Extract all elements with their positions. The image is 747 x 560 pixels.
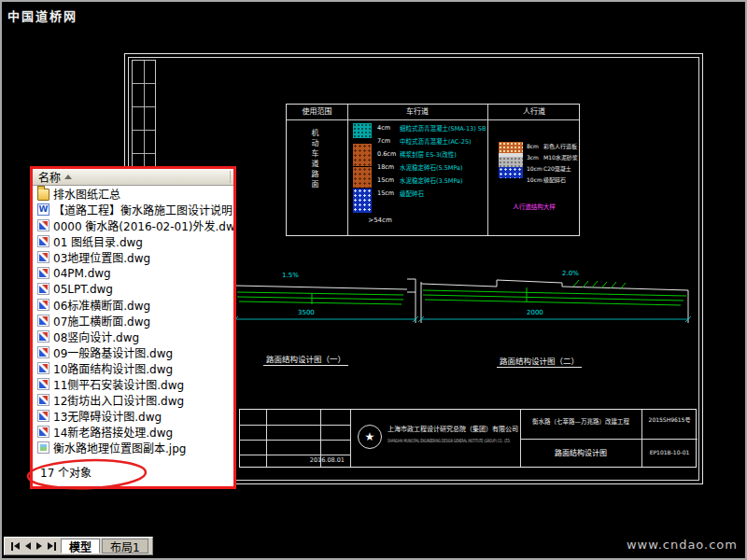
file-list-item[interactable]: 05LPT.dwg: [33, 281, 233, 297]
file-name: 05LPT.dwg: [53, 283, 113, 296]
file-name: 14新老路搭接处理.dwg: [53, 424, 173, 440]
file-type-icon: [37, 346, 49, 358]
file-name: 10路面结构设计图.dwg: [53, 360, 173, 376]
title-block-line: [641, 439, 698, 440]
next-tab-button[interactable]: [34, 540, 45, 552]
title-block-line: [240, 425, 350, 426]
file-type-icon: [37, 441, 49, 454]
file-name: 12街坊出入口设计图.dwg: [53, 392, 184, 408]
file-type-icon: [37, 219, 49, 231]
screenshot-root: 中国道桥网 使用范围 车行道 人行道 机动车道路面: [0, 0, 747, 560]
tab-controls: 模型 布局1: [4, 537, 153, 555]
company-logo-icon: ★: [358, 425, 382, 449]
file-list-item[interactable]: 08竖向设计.dwg: [33, 329, 233, 344]
title-block-line: [240, 440, 350, 441]
file-type-icon: [37, 235, 49, 247]
file-name: 06标准横断面.dwg: [53, 297, 150, 313]
file-list: 排水图纸汇总 【道路工程】衡水路施工图设计说明 0000 衡水路(2016-02…: [33, 186, 233, 455]
file-name: 09一般路基设计图.dwg: [53, 344, 173, 360]
sheet-title: 路面结构设计图: [522, 447, 640, 457]
file-name: 衡水路地理位置图副本.jpg: [53, 440, 186, 455]
file-list-item[interactable]: 07施工横断面.dwg: [33, 313, 233, 329]
file-type-icon: [37, 330, 49, 343]
width-dim: 2000: [527, 309, 543, 316]
file-type-icon: [37, 394, 49, 406]
file-list-item[interactable]: 14新老路搭接处理.dwg: [33, 424, 233, 440]
file-name: 03地理位置图.dwg: [53, 249, 150, 265]
watermark-site-bottom: www.cndao.com: [627, 538, 738, 552]
file-name: 04PM.dwg: [53, 267, 111, 280]
section-label-left: 路面结构设计图（一）: [263, 353, 348, 366]
file-type-icon: [37, 410, 49, 422]
sort-arrow-icon: [64, 175, 72, 179]
file-list-item[interactable]: 【道路工程】衡水路施工图设计说明: [33, 202, 233, 217]
title-block: ★ 上海市政工程设计研究总院（集团）有限公司 SHANGHAI MUNICIPA…: [239, 409, 697, 468]
file-list-item[interactable]: 03地理位置图.dwg: [33, 249, 233, 265]
file-type-icon: [37, 362, 49, 374]
file-type-icon: [37, 267, 49, 279]
file-name: 排水图纸汇总: [53, 186, 120, 202]
file-type-icon: [37, 251, 49, 263]
section-label-right: 路面结构设计图（二）: [497, 355, 582, 368]
file-name: 08竖向设计.dwg: [53, 329, 139, 344]
file-type-icon: [37, 203, 49, 216]
drawing-number: EP101B-10-01: [643, 449, 696, 455]
column-header-name[interactable]: 名称: [33, 169, 233, 186]
file-type-icon: [37, 299, 49, 311]
slope-dim: 2.0%: [562, 270, 579, 277]
file-name: 【道路工程】衡水路施工图设计说明: [53, 202, 233, 217]
last-tab-button[interactable]: [45, 540, 59, 553]
watermark-site-top: 中国道桥网: [7, 7, 78, 24]
file-type-icon: [37, 315, 49, 327]
title-block-date: 2016.08.01: [277, 456, 345, 464]
file-list-item[interactable]: 06标准横断面.dwg: [33, 297, 233, 313]
title-block-line: [520, 439, 641, 440]
company-name-en: SHANGHAI MUNICIPAL ENGINEERING DESIGN GE…: [388, 438, 521, 443]
file-list-item[interactable]: 11侧平石安装设计图.dwg: [33, 376, 233, 392]
slope-dim: 1.5%: [282, 272, 299, 279]
file-list-item[interactable]: 01 图纸目录.dwg: [33, 233, 233, 249]
title-block-line: [350, 410, 351, 467]
file-list-item[interactable]: 09一般路基设计图.dwg: [33, 344, 233, 360]
annotation-ellipse: [21, 454, 162, 494]
project-number: 2015SH9615号: [643, 415, 696, 424]
file-type-icon: [37, 426, 49, 438]
file-list-item[interactable]: 10路面结构设计图.dwg: [33, 360, 233, 376]
file-list-item[interactable]: 13无障碍设计图.dwg: [33, 408, 233, 424]
prev-tab-button[interactable]: [22, 540, 34, 552]
file-name: 11侧平石安装设计图.dwg: [53, 376, 184, 392]
tab-model[interactable]: 模型: [61, 539, 100, 553]
file-name: 01 图纸目录.dwg: [53, 233, 143, 249]
title-block-line: [240, 455, 350, 455]
file-name: 13无障碍设计图.dwg: [53, 408, 162, 424]
file-list-item[interactable]: 04PM.dwg: [33, 265, 233, 281]
file-list-item[interactable]: 12街坊出入口设计图.dwg: [33, 392, 233, 408]
file-name: 0000 衡水路(2016-02-01)外发.dwg: [53, 217, 233, 233]
file-type-icon: [37, 189, 49, 201]
width-dim: 3500: [298, 309, 315, 316]
file-list-item[interactable]: 0000 衡水路(2016-02-01)外发.dwg: [33, 217, 233, 233]
file-type-icon: [37, 378, 49, 390]
file-name: 07施工横断面.dwg: [53, 313, 150, 329]
column-header-label: 名称: [38, 169, 61, 185]
file-list-item[interactable]: 排水图纸汇总: [33, 186, 233, 202]
file-type-icon: [37, 283, 49, 295]
tab-layout1[interactable]: 布局1: [102, 539, 148, 553]
file-list-item[interactable]: 衡水路地理位置图副本.jpg: [33, 440, 233, 455]
project-name: 衡水路（七莘路—万兆路）改建工程: [522, 416, 640, 426]
first-tab-button[interactable]: [8, 540, 22, 553]
file-list-window: 名称 排水图纸汇总 【道路工程】衡水路施工图设计说明 0000 衡水路(2016…: [30, 166, 236, 489]
company-name-cn: 上海市政工程设计研究总院（集团）有限公司: [388, 424, 518, 433]
title-block-line: [266, 410, 267, 467]
